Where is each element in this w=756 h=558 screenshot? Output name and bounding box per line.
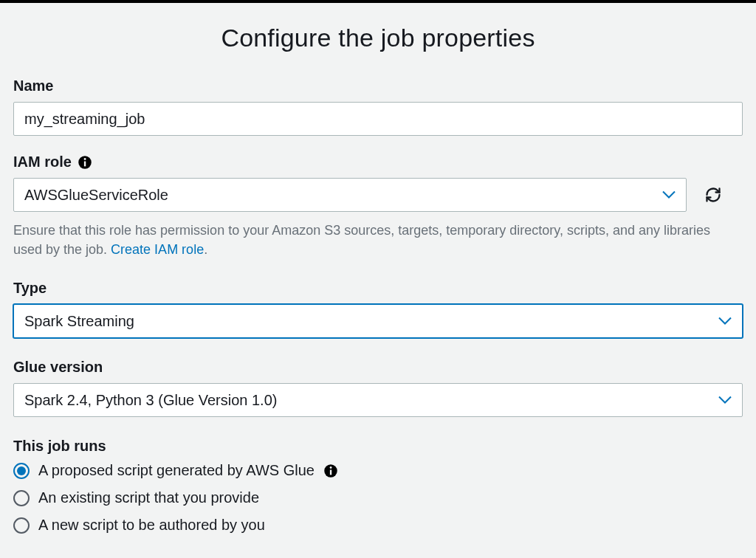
runs-option-label: A proposed script generated by AWS Glue [38, 462, 315, 479]
runs-radio-group: A proposed script generated by AWS Glue … [13, 462, 743, 534]
radio-indicator [13, 517, 30, 534]
runs-option-proposed[interactable]: A proposed script generated by AWS Glue [13, 462, 743, 479]
svg-rect-4 [330, 469, 331, 475]
create-iam-role-link[interactable]: Create IAM role [111, 242, 204, 257]
field-iam-role: IAM role AWSGlueServiceRole [13, 154, 743, 259]
field-this-job-runs: This job runs A proposed script generate… [13, 438, 743, 534]
chevron-down-icon [718, 396, 732, 404]
field-type: Type Spark Streaming [13, 280, 743, 338]
svg-point-2 [84, 158, 86, 160]
glue-value: Spark 2.4, Python 3 (Glue Version 1.0) [24, 392, 277, 409]
info-icon[interactable] [78, 155, 92, 170]
field-glue-version: Glue version Spark 2.4, Python 3 (Glue V… [13, 359, 743, 417]
page-container: Configure the job properties Name IAM ro… [0, 3, 756, 534]
radio-indicator [13, 463, 30, 479]
iam-label: IAM role [13, 154, 72, 170]
type-value: Spark Streaming [24, 313, 134, 330]
info-icon[interactable] [323, 464, 338, 478]
radio-indicator [13, 490, 30, 506]
glue-version-select[interactable]: Spark 2.4, Python 3 (Glue Version 1.0) [13, 383, 743, 417]
chevron-down-icon [662, 191, 676, 199]
runs-option-new[interactable]: A new script to be authored by you [13, 517, 743, 534]
runs-option-label: An existing script that you provide [38, 489, 259, 506]
iam-role-value: AWSGlueServiceRole [24, 187, 168, 204]
name-input[interactable] [13, 102, 743, 136]
name-label: Name [13, 78, 743, 94]
runs-option-label: A new script to be authored by you [38, 517, 265, 534]
runs-option-existing[interactable]: An existing script that you provide [13, 489, 743, 506]
iam-role-select[interactable]: AWSGlueServiceRole [13, 178, 687, 212]
refresh-button[interactable] [703, 185, 724, 205]
runs-label: This job runs [13, 438, 743, 455]
type-label: Type [13, 280, 743, 297]
type-select[interactable]: Spark Streaming [13, 304, 743, 338]
svg-rect-1 [84, 161, 86, 166]
iam-helper: Ensure that this role has permission to … [13, 221, 743, 259]
iam-label-row: IAM role [13, 154, 743, 170]
svg-point-5 [330, 466, 332, 469]
field-name: Name [13, 78, 743, 136]
iam-row: AWSGlueServiceRole [13, 178, 743, 212]
glue-label: Glue version [13, 359, 743, 376]
chevron-down-icon [718, 317, 732, 326]
page-title: Configure the job properties [13, 3, 743, 78]
iam-helper-suffix: . [204, 242, 207, 257]
